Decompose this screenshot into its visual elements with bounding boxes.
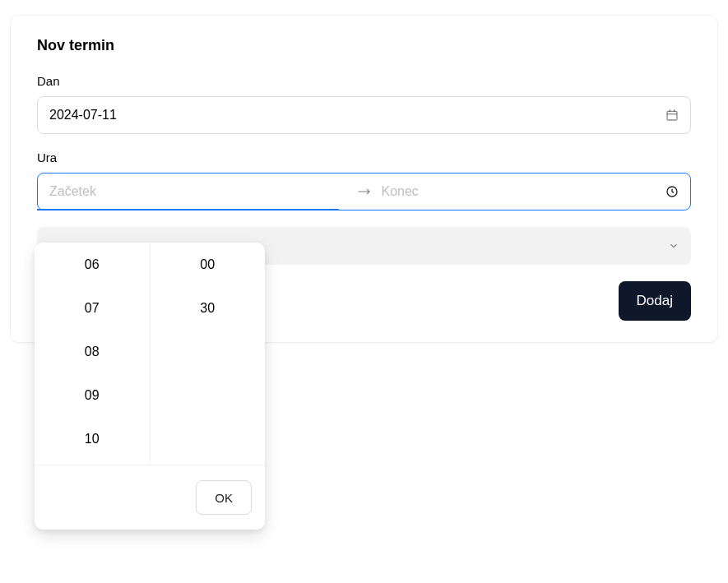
- time-end-input[interactable]: [382, 174, 679, 210]
- hour-option[interactable]: 07: [35, 286, 150, 330]
- svg-rect-0: [667, 111, 677, 120]
- minute-option[interactable]: 30: [151, 286, 266, 330]
- active-underline: [37, 209, 339, 211]
- time-start-half: [49, 174, 347, 210]
- time-field: Ura: [37, 150, 691, 211]
- arrow-right-icon: [357, 187, 372, 196]
- hour-option[interactable]: 09: [35, 373, 150, 417]
- time-end-half: [382, 174, 679, 210]
- time-range-input[interactable]: [37, 173, 691, 211]
- card-title: Nov termin: [37, 37, 691, 54]
- date-input-wrapper[interactable]: [37, 96, 691, 134]
- date-field: Dan: [37, 74, 691, 134]
- ok-button[interactable]: OK: [196, 480, 252, 515]
- time-columns: 0607080910 0030: [35, 243, 265, 465]
- clock-icon: [665, 185, 679, 198]
- time-picker-popover: 0607080910 0030 OK: [35, 243, 265, 530]
- time-label: Ura: [37, 150, 691, 164]
- chevron-down-icon: [668, 240, 679, 252]
- minute-option[interactable]: 00: [151, 243, 266, 286]
- hour-option[interactable]: 08: [35, 330, 150, 373]
- add-button[interactable]: Dodaj: [619, 281, 691, 321]
- date-input[interactable]: [49, 97, 679, 133]
- calendar-icon: [665, 109, 679, 122]
- hour-option[interactable]: 10: [35, 417, 150, 460]
- hour-option[interactable]: 06: [35, 243, 150, 286]
- minutes-column[interactable]: 0030: [150, 243, 266, 465]
- hours-column[interactable]: 0607080910: [35, 243, 150, 465]
- time-picker-footer: OK: [35, 465, 265, 530]
- time-start-input[interactable]: [49, 174, 347, 210]
- date-label: Dan: [37, 74, 691, 88]
